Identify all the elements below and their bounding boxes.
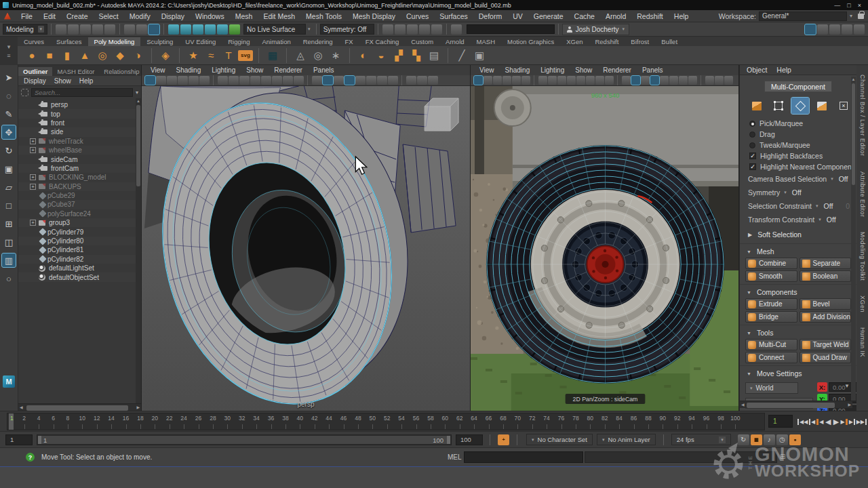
lock-camera-icon[interactable] <box>167 76 177 85</box>
shelf-tab-curves[interactable]: Curves <box>18 37 50 46</box>
expand-toggle-icon[interactable]: + <box>30 138 36 144</box>
gate-mask-icon[interactable] <box>576 76 585 85</box>
setting-transform-constraint[interactable]: Transform Constraint▾Off <box>740 213 856 226</box>
sidebar-attribute-editor-icon[interactable] <box>817 24 828 35</box>
viewport-menu-lighting[interactable]: Lighting <box>536 66 569 74</box>
paint-select-tool-icon[interactable]: ✎ <box>2 107 16 121</box>
last-tool-icon[interactable]: ▱ <box>2 180 16 194</box>
viewport-menu-panels[interactable]: Panels <box>637 66 668 74</box>
play-backwards-button[interactable]: ◀ <box>825 415 832 428</box>
rotate-tool-icon[interactable]: ↻ <box>2 144 16 157</box>
section-components[interactable]: ▼Components <box>740 284 856 298</box>
step-forward-frame-button[interactable]: ▶ <box>848 415 856 428</box>
outliner-item-defaultobjectset[interactable]: defaultObjectSet <box>18 272 141 281</box>
shelf-tab-poly-modeling[interactable]: Poly Modeling <box>88 37 141 46</box>
mel-label[interactable]: MEL <box>448 453 462 461</box>
menu-arnold[interactable]: Arnold <box>600 12 631 20</box>
menu-curves[interactable]: Curves <box>401 12 434 20</box>
workspace-selector[interactable]: General* <box>759 12 847 21</box>
shelf-tab-custom[interactable]: Custom <box>405 37 439 46</box>
outliner-item-persp[interactable]: persp <box>18 100 141 109</box>
expand-toggle-icon[interactable]: + <box>30 220 36 226</box>
shelf-tab-redshift[interactable]: Redshift <box>589 37 625 46</box>
poly-plane-icon[interactable]: ◆ <box>112 47 128 64</box>
shelf-tab-bifrost[interactable]: Bifrost <box>625 37 655 46</box>
poly-sphere-icon[interactable]: ● <box>24 47 40 64</box>
menu-generate[interactable]: Generate <box>528 12 569 20</box>
viewport-menu-show[interactable]: Show <box>241 66 268 74</box>
object-mode-icon[interactable] <box>748 98 766 114</box>
viewport-menu-lighting[interactable]: Lighting <box>207 66 240 74</box>
layout-split-pane-icon[interactable]: ◫ <box>2 235 16 249</box>
radio-pick-marquee[interactable]: Pick/Marquee <box>740 118 856 129</box>
snap-surface-icon[interactable] <box>217 24 228 35</box>
dropdown-arrow-icon[interactable]: ▾ <box>784 190 787 195</box>
setting-symmetry[interactable]: Symmetry▾Off <box>740 186 856 199</box>
sidebar-channel-box-icon[interactable] <box>805 24 816 35</box>
expand-toggle-icon[interactable]: + <box>30 147 36 153</box>
outliner-item-top[interactable]: top <box>18 109 141 118</box>
shelf-tab-uv-editing[interactable]: UV Editing <box>179 37 222 46</box>
extrude-button[interactable]: Extrude <box>745 298 797 310</box>
outliner-item-sidecam[interactable]: sideCam <box>18 155 141 163</box>
shelf-tab-fx[interactable]: FX <box>339 37 359 46</box>
setting-selection-constraint[interactable]: Selection Constraint▾Off0 <box>740 199 856 213</box>
outliner-item-blocking-model[interactable]: +BLOCKING_model <box>18 173 141 182</box>
user-account-menu[interactable]: Josh Docherty ▾ <box>562 24 629 35</box>
motion-blur-icon[interactable] <box>688 76 697 85</box>
select-tool-icon[interactable]: ➤ <box>2 70 16 84</box>
menu-cache[interactable]: Cache <box>569 12 600 20</box>
viewport-menu-shading[interactable]: Shading <box>172 66 206 74</box>
layout-single-pane-icon[interactable]: □ <box>2 199 16 212</box>
add-divisions-button[interactable]: Add Divisions <box>800 311 852 323</box>
minimize-button[interactable]: — <box>834 2 840 9</box>
viewport-persp[interactable]: ViewShadingLightingShowRendererPanels <box>142 65 471 411</box>
outliner-item-front[interactable]: front <box>18 119 141 127</box>
dropdown-arrow-icon[interactable]: ▾ <box>816 203 818 209</box>
outliner-tab-mash-editor[interactable]: MASH Editor <box>52 67 99 76</box>
menu-edit-mesh[interactable]: Edit Mesh <box>258 12 300 20</box>
outliner-item-frontcam[interactable]: frontCam <box>18 164 141 173</box>
mute-audio-icon[interactable]: ♪ <box>764 434 775 445</box>
lighting-icon[interactable] <box>660 76 669 85</box>
poly-cone-icon[interactable]: ▲ <box>77 47 93 64</box>
radio-tweak-marquee[interactable]: Tweak/Marquee <box>740 140 856 150</box>
toolkit-vertical-scrollbar[interactable]: ▲ <box>851 77 856 401</box>
lasso-tool-icon[interactable]: ◌ <box>2 89 16 102</box>
menu-mesh[interactable]: Mesh <box>230 12 258 20</box>
move-axis-space-dropdown[interactable]: ▾World <box>745 382 798 394</box>
isolate-select-icon[interactable] <box>156 76 166 85</box>
target-weld-button[interactable]: Target Weld <box>800 339 852 350</box>
shaded-icon[interactable] <box>323 76 333 85</box>
menu-file[interactable]: File <box>16 12 38 20</box>
outliner-menu-help[interactable]: Help <box>79 77 94 85</box>
anim-snapshot-icon[interactable]: ▦ <box>751 434 762 445</box>
gamma-icon[interactable] <box>724 76 733 85</box>
resolution-gate-icon[interactable] <box>250 76 260 85</box>
safe-action-icon[interactable] <box>283 76 293 85</box>
layout-four-pane-icon[interactable]: ⊞ <box>2 217 16 230</box>
grid-icon[interactable] <box>548 76 557 85</box>
exposure-icon[interactable] <box>715 76 724 85</box>
shaded-icon[interactable] <box>631 76 640 85</box>
quad-draw-button[interactable]: Quad Draw <box>800 352 852 363</box>
grease-pencil-icon[interactable] <box>218 76 228 85</box>
gate-mask-icon[interactable] <box>261 76 271 85</box>
screen-ao-icon[interactable] <box>679 76 688 85</box>
multi-cut-shelf-icon[interactable]: ╱ <box>454 47 470 64</box>
playback-speed-icon[interactable]: ◷ <box>776 434 788 445</box>
close-button[interactable]: × <box>858 2 861 9</box>
go-to-end-button[interactable]: ▶▶ <box>856 415 867 428</box>
lattice-icon[interactable]: ▤ <box>426 47 442 64</box>
loop-playback-icon[interactable]: ↻ <box>738 434 749 445</box>
boolean-union-icon[interactable]: ◐ <box>355 47 372 64</box>
symmetry-field[interactable]: Symmetry: Off <box>320 24 374 35</box>
menu-modify[interactable]: Modify <box>124 12 156 20</box>
maximize-button[interactable]: □ <box>847 2 850 9</box>
duplicate-special-icon[interactable]: ▚ <box>408 47 425 64</box>
outliner-item-defaultlightset[interactable]: defaultLightSet <box>18 264 141 272</box>
radio-drag[interactable]: Drag <box>740 129 856 140</box>
timeline-ruler[interactable]: 1 24681012141618202224262830323436384042… <box>7 413 765 430</box>
range-slider-track[interactable]: 1 100 <box>37 434 452 445</box>
film-gate-icon[interactable] <box>239 76 250 85</box>
